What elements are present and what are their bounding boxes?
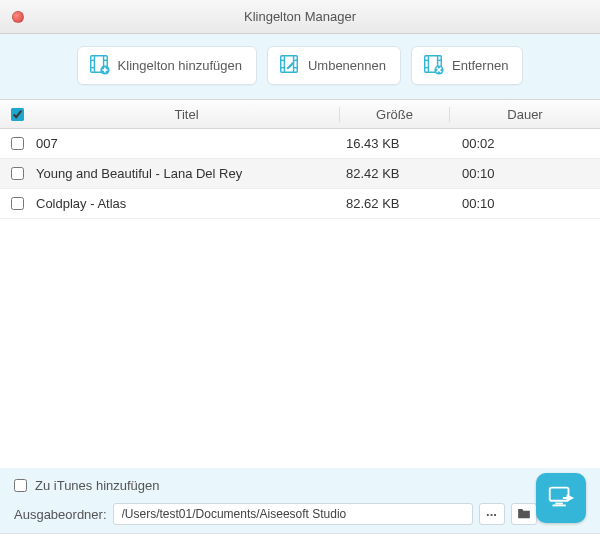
row-size: 16.43 KB [340,136,450,151]
film-edit-icon [278,53,300,78]
film-remove-icon [422,53,444,78]
add-to-itunes-row: Zu iTunes hinzufügen [14,478,586,493]
select-all-checkbox[interactable] [11,108,24,121]
ellipsis-icon: ··· [486,507,497,522]
output-path-input[interactable] [113,503,473,525]
rename-label: Umbenennen [308,58,386,73]
film-plus-icon [88,53,110,78]
output-folder-label: Ausgabeordner: [14,507,107,522]
table-body: 00716.43 KB00:02Young and Beautiful - La… [0,129,600,468]
add-to-itunes-checkbox[interactable] [14,479,27,492]
row-title: Coldplay - Atlas [34,196,340,211]
transfer-button[interactable] [536,473,586,523]
row-title: Young and Beautiful - Lana Del Rey [34,166,340,181]
table-row[interactable]: Coldplay - Atlas82.62 KB00:10 [0,189,600,219]
open-folder-button[interactable] [511,503,537,525]
bottom-strip [0,533,600,551]
row-size: 82.62 KB [340,196,450,211]
window-title: Klingelton Manager [0,9,600,24]
klingelton-manager-window: Klingelton Manager Klingelton hinzufügen… [0,0,600,551]
svg-rect-29 [553,504,566,506]
row-checkbox-cell [0,137,34,150]
transfer-to-device-icon [546,482,576,515]
table-row[interactable]: Young and Beautiful - Lana Del Rey82.42 … [0,159,600,189]
footer: Zu iTunes hinzufügen Ausgabeordner: ··· [0,468,600,533]
row-checkbox-cell [0,197,34,210]
header-checkbox-cell [0,108,34,121]
output-folder-row: Ausgabeordner: ··· [14,503,586,525]
svg-rect-10 [281,56,298,73]
add-to-itunes-label: Zu iTunes hinzufügen [35,478,160,493]
row-title: 007 [34,136,340,151]
row-duration: 00:10 [450,166,600,181]
table-header: Titel Größe Dauer [0,99,600,129]
header-duration[interactable]: Dauer [450,107,600,122]
row-duration: 00:10 [450,196,600,211]
header-size[interactable]: Größe [340,107,450,122]
row-duration: 00:02 [450,136,600,151]
row-checkbox[interactable] [11,137,24,150]
table-row[interactable]: 00716.43 KB00:02 [0,129,600,159]
rename-button[interactable]: Umbenennen [267,46,401,85]
row-checkbox[interactable] [11,197,24,210]
row-checkbox-cell [0,167,34,180]
svg-rect-28 [555,502,563,504]
folder-icon [517,507,531,522]
row-checkbox[interactable] [11,167,24,180]
browse-path-button[interactable]: ··· [479,503,505,525]
add-ringtone-button[interactable]: Klingelton hinzufügen [77,46,257,85]
toolbar: Klingelton hinzufügen Umbenennen Entfern… [0,34,600,99]
remove-label: Entfernen [452,58,508,73]
add-ringtone-label: Klingelton hinzufügen [118,58,242,73]
remove-button[interactable]: Entfernen [411,46,523,85]
header-title[interactable]: Titel [34,107,340,122]
title-bar: Klingelton Manager [0,0,600,34]
row-size: 82.42 KB [340,166,450,181]
